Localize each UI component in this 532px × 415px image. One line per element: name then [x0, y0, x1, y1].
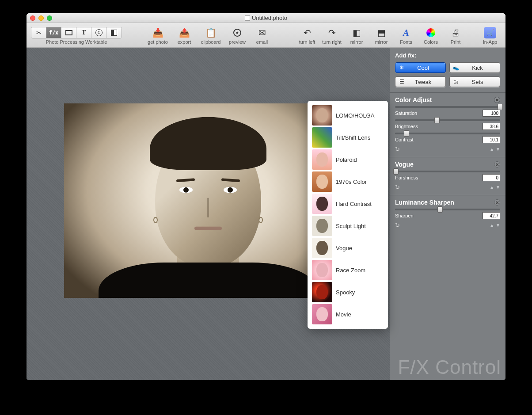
toolbar-mirror-v[interactable]: mirror	[370, 27, 392, 45]
tweak-label: Tweak	[409, 79, 445, 85]
panel-amount-slider[interactable]	[395, 171, 500, 172]
email-label: email	[256, 39, 268, 45]
fx-preset-movie[interactable]: Movie	[310, 303, 385, 325]
mode-segment: f/x T c	[31, 27, 122, 38]
sets-icon: 🗂	[452, 79, 460, 85]
preset-thumb	[312, 304, 332, 324]
fx-preset-popup: LOMO/HOLGATilt/Shift LensPolaroid1970s C…	[308, 101, 388, 329]
minimize-button[interactable]	[38, 15, 44, 21]
fx-preset-lomo-holga[interactable]: LOMO/HOLGA	[310, 104, 385, 126]
preview-label: preview	[229, 39, 246, 45]
export-icon	[179, 27, 190, 39]
toolbar-fonts[interactable]: AFonts	[395, 27, 417, 45]
toolbar-print[interactable]: Print	[445, 27, 467, 45]
move-up-button[interactable]: ▲	[490, 223, 494, 228]
clipboard-label: clipboard	[201, 39, 221, 45]
fx-preset-1970s-color[interactable]: 1970s Color	[310, 171, 385, 193]
panel-close-button[interactable]: ✕	[494, 199, 500, 206]
toolbar-clipboard[interactable]: clipboard	[198, 27, 224, 45]
segment-text[interactable]: T	[76, 27, 91, 38]
turn-right-icon	[328, 27, 336, 39]
toolbar-turn-left[interactable]: turn left	[296, 27, 318, 45]
window-title: Untitled.photo	[27, 15, 505, 21]
fx-control-watermark: F/X Control	[398, 356, 501, 378]
preset-name: 1970s Color	[336, 179, 367, 185]
segment-crop[interactable]	[31, 27, 46, 38]
mirror-h-label: mirror	[350, 39, 363, 45]
colors-icon	[426, 27, 435, 39]
panel-color-adjust: Color Adjust✕Saturation100Brightness38.6…	[390, 92, 505, 157]
preset-thumb	[312, 127, 332, 148]
toolbar-mirror-h[interactable]: mirror	[346, 27, 368, 45]
close-button[interactable]	[30, 15, 35, 21]
toolbar-export[interactable]: export	[173, 27, 195, 45]
window-controls	[30, 15, 52, 21]
move-up-button[interactable]: ▲	[490, 185, 494, 190]
sets-label: Sets	[463, 79, 500, 85]
preset-thumb	[312, 260, 332, 280]
mode-segment-wrap: f/x T c Photo Processing Worktable	[31, 27, 122, 45]
toolbar-get-photo[interactable]: get photo	[145, 27, 171, 45]
slider-label: Harshness	[395, 175, 418, 180]
crop-icon	[36, 29, 42, 36]
slider-value[interactable]: 10.1	[483, 136, 500, 143]
panel-amount-slider[interactable]	[395, 209, 500, 210]
slider-value[interactable]: 100	[483, 110, 500, 117]
toolbar-preview[interactable]: preview	[226, 27, 248, 45]
colors-label: Colors	[424, 39, 438, 45]
copyright-icon: c	[95, 29, 103, 36]
preset-name: Spooky	[336, 289, 355, 296]
fx-preset-spooky[interactable]: Spooky	[310, 281, 385, 303]
fx-kick-button[interactable]: 👟Kick	[449, 62, 500, 73]
slider-value[interactable]: 0	[483, 174, 500, 181]
saturation-slider[interactable]	[395, 119, 500, 121]
fx-tweak-button[interactable]: ☰Tweak	[395, 76, 446, 87]
export-label: export	[178, 39, 191, 45]
tweak-icon: ☰	[398, 79, 405, 85]
fx-preset-tilt-shift-lens[interactable]: Tilt/Shift Lens	[310, 126, 385, 148]
reset-button[interactable]: ↻	[395, 222, 400, 228]
print-icon	[451, 27, 460, 39]
toolbar-email[interactable]: email	[251, 27, 273, 45]
turn-right-label: turn right	[322, 39, 341, 45]
slider-value[interactable]: 38.6	[483, 123, 500, 130]
panel-title: Color Adjust	[395, 96, 432, 103]
toolbar-in-app[interactable]: 🛒In-App	[479, 27, 501, 45]
reset-button[interactable]: ↻	[395, 184, 400, 190]
panel-close-button[interactable]: ✕	[494, 97, 500, 103]
move-up-button[interactable]: ▲	[490, 147, 494, 152]
move-down-button[interactable]: ▼	[496, 185, 500, 190]
segment-vignette[interactable]	[106, 27, 122, 38]
fx-sets-button[interactable]: 🗂Sets	[449, 76, 500, 87]
move-down-button[interactable]: ▼	[496, 223, 500, 228]
maximize-button[interactable]	[47, 15, 52, 21]
document-icon	[245, 15, 250, 21]
fx-category-buttons: ❄Cool 👟Kick ☰Tweak 🗂Sets	[390, 62, 505, 92]
preset-name: Race Zoom	[336, 267, 365, 274]
segment-fx[interactable]: f/x	[46, 27, 61, 38]
window-title-text: Untitled.photo	[252, 15, 287, 21]
brightness-slider[interactable]	[395, 133, 500, 134]
panel-amount-slider[interactable]	[395, 106, 500, 108]
preset-name: Tilt/Shift Lens	[336, 134, 370, 141]
panel-close-button[interactable]: ✕	[494, 161, 500, 168]
move-down-button[interactable]: ▼	[496, 147, 500, 152]
fx-preset-sculpt-light[interactable]: Sculpt Light	[310, 215, 385, 237]
panel-title: Vogue	[395, 161, 414, 168]
reset-button[interactable]: ↻	[395, 146, 400, 152]
segment-copyright[interactable]: c	[91, 27, 106, 38]
panel-vogue: Vogue✕Harshness0↻▲▼	[390, 157, 505, 195]
slider-value[interactable]: 42.7	[483, 212, 500, 219]
segment-frame[interactable]	[61, 27, 76, 38]
fx-preset-polaroid[interactable]: Polaroid	[310, 148, 385, 171]
toolbar-colors[interactable]: Colors	[420, 27, 442, 45]
fonts-icon: A	[403, 27, 409, 39]
fx-preset-hard-contrast[interactable]: Hard Contrast	[310, 193, 385, 215]
fx-preset-race-zoom[interactable]: Race Zoom	[310, 259, 385, 281]
preset-name: LOMO/HOLGA	[336, 112, 374, 119]
preset-thumb	[312, 282, 332, 302]
fx-cool-button[interactable]: ❄Cool	[395, 62, 446, 73]
toolbar-turn-right[interactable]: turn right	[321, 27, 343, 45]
toolbar: f/x T c Photo Processing Worktable get p…	[27, 23, 505, 48]
fx-preset-vogue[interactable]: Vogue	[310, 237, 385, 259]
